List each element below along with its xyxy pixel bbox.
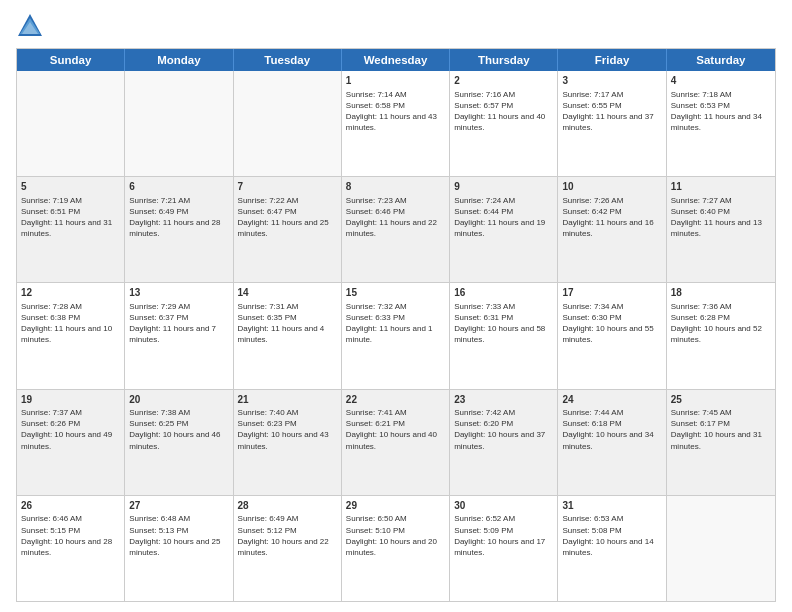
cell-info: Sunrise: 7:17 AMSunset: 6:55 PMDaylight:… bbox=[562, 89, 661, 134]
cell-info: Sunrise: 7:28 AMSunset: 6:38 PMDaylight:… bbox=[21, 301, 120, 346]
cal-cell: 7Sunrise: 7:22 AMSunset: 6:47 PMDaylight… bbox=[234, 177, 342, 282]
cal-cell: 22Sunrise: 7:41 AMSunset: 6:21 PMDayligh… bbox=[342, 390, 450, 495]
cell-info: Sunrise: 7:26 AMSunset: 6:42 PMDaylight:… bbox=[562, 195, 661, 240]
cal-cell: 6Sunrise: 7:21 AMSunset: 6:49 PMDaylight… bbox=[125, 177, 233, 282]
cell-info: Sunrise: 7:41 AMSunset: 6:21 PMDaylight:… bbox=[346, 407, 445, 452]
cell-info: Sunrise: 7:32 AMSunset: 6:33 PMDaylight:… bbox=[346, 301, 445, 346]
day-number: 30 bbox=[454, 499, 553, 513]
cal-cell: 8Sunrise: 7:23 AMSunset: 6:46 PMDaylight… bbox=[342, 177, 450, 282]
day-number: 20 bbox=[129, 393, 228, 407]
cal-cell: 14Sunrise: 7:31 AMSunset: 6:35 PMDayligh… bbox=[234, 283, 342, 388]
day-header-sunday: Sunday bbox=[17, 49, 125, 71]
calendar: SundayMondayTuesdayWednesdayThursdayFrid… bbox=[16, 48, 776, 602]
day-header-monday: Monday bbox=[125, 49, 233, 71]
cal-cell: 17Sunrise: 7:34 AMSunset: 6:30 PMDayligh… bbox=[558, 283, 666, 388]
cell-info: Sunrise: 7:23 AMSunset: 6:46 PMDaylight:… bbox=[346, 195, 445, 240]
cal-cell: 24Sunrise: 7:44 AMSunset: 6:18 PMDayligh… bbox=[558, 390, 666, 495]
cal-cell: 1Sunrise: 7:14 AMSunset: 6:58 PMDaylight… bbox=[342, 71, 450, 176]
day-header-saturday: Saturday bbox=[667, 49, 775, 71]
cell-info: Sunrise: 7:31 AMSunset: 6:35 PMDaylight:… bbox=[238, 301, 337, 346]
day-header-thursday: Thursday bbox=[450, 49, 558, 71]
cell-info: Sunrise: 6:53 AMSunset: 5:08 PMDaylight:… bbox=[562, 513, 661, 558]
cell-info: Sunrise: 7:42 AMSunset: 6:20 PMDaylight:… bbox=[454, 407, 553, 452]
week-row-1: 1Sunrise: 7:14 AMSunset: 6:58 PMDaylight… bbox=[17, 71, 775, 176]
day-number: 4 bbox=[671, 74, 771, 88]
day-header-friday: Friday bbox=[558, 49, 666, 71]
cal-cell: 26Sunrise: 6:46 AMSunset: 5:15 PMDayligh… bbox=[17, 496, 125, 601]
cell-info: Sunrise: 7:37 AMSunset: 6:26 PMDaylight:… bbox=[21, 407, 120, 452]
day-number: 11 bbox=[671, 180, 771, 194]
day-number: 23 bbox=[454, 393, 553, 407]
day-header-wednesday: Wednesday bbox=[342, 49, 450, 71]
cell-info: Sunrise: 7:22 AMSunset: 6:47 PMDaylight:… bbox=[238, 195, 337, 240]
calendar-header: SundayMondayTuesdayWednesdayThursdayFrid… bbox=[17, 49, 775, 71]
cal-cell: 4Sunrise: 7:18 AMSunset: 6:53 PMDaylight… bbox=[667, 71, 775, 176]
logo bbox=[16, 12, 48, 40]
day-header-tuesday: Tuesday bbox=[234, 49, 342, 71]
cal-cell: 31Sunrise: 6:53 AMSunset: 5:08 PMDayligh… bbox=[558, 496, 666, 601]
cell-info: Sunrise: 7:16 AMSunset: 6:57 PMDaylight:… bbox=[454, 89, 553, 134]
calendar-body: 1Sunrise: 7:14 AMSunset: 6:58 PMDaylight… bbox=[17, 71, 775, 601]
day-number: 24 bbox=[562, 393, 661, 407]
page-header bbox=[16, 12, 776, 40]
day-number: 10 bbox=[562, 180, 661, 194]
cell-info: Sunrise: 7:33 AMSunset: 6:31 PMDaylight:… bbox=[454, 301, 553, 346]
cal-cell bbox=[667, 496, 775, 601]
day-number: 27 bbox=[129, 499, 228, 513]
logo-icon bbox=[16, 12, 44, 40]
cell-info: Sunrise: 6:48 AMSunset: 5:13 PMDaylight:… bbox=[129, 513, 228, 558]
cell-info: Sunrise: 7:38 AMSunset: 6:25 PMDaylight:… bbox=[129, 407, 228, 452]
cell-info: Sunrise: 7:24 AMSunset: 6:44 PMDaylight:… bbox=[454, 195, 553, 240]
week-row-3: 12Sunrise: 7:28 AMSunset: 6:38 PMDayligh… bbox=[17, 282, 775, 388]
day-number: 14 bbox=[238, 286, 337, 300]
cal-cell: 25Sunrise: 7:45 AMSunset: 6:17 PMDayligh… bbox=[667, 390, 775, 495]
cell-info: Sunrise: 7:34 AMSunset: 6:30 PMDaylight:… bbox=[562, 301, 661, 346]
cal-cell: 18Sunrise: 7:36 AMSunset: 6:28 PMDayligh… bbox=[667, 283, 775, 388]
cell-info: Sunrise: 6:49 AMSunset: 5:12 PMDaylight:… bbox=[238, 513, 337, 558]
day-number: 15 bbox=[346, 286, 445, 300]
cell-info: Sunrise: 7:14 AMSunset: 6:58 PMDaylight:… bbox=[346, 89, 445, 134]
day-number: 18 bbox=[671, 286, 771, 300]
cal-cell: 15Sunrise: 7:32 AMSunset: 6:33 PMDayligh… bbox=[342, 283, 450, 388]
cal-cell: 9Sunrise: 7:24 AMSunset: 6:44 PMDaylight… bbox=[450, 177, 558, 282]
week-row-5: 26Sunrise: 6:46 AMSunset: 5:15 PMDayligh… bbox=[17, 495, 775, 601]
day-number: 8 bbox=[346, 180, 445, 194]
cal-cell: 12Sunrise: 7:28 AMSunset: 6:38 PMDayligh… bbox=[17, 283, 125, 388]
cell-info: Sunrise: 7:19 AMSunset: 6:51 PMDaylight:… bbox=[21, 195, 120, 240]
cal-cell bbox=[125, 71, 233, 176]
day-number: 5 bbox=[21, 180, 120, 194]
cal-cell: 28Sunrise: 6:49 AMSunset: 5:12 PMDayligh… bbox=[234, 496, 342, 601]
day-number: 31 bbox=[562, 499, 661, 513]
day-number: 28 bbox=[238, 499, 337, 513]
cell-info: Sunrise: 7:29 AMSunset: 6:37 PMDaylight:… bbox=[129, 301, 228, 346]
cal-cell: 19Sunrise: 7:37 AMSunset: 6:26 PMDayligh… bbox=[17, 390, 125, 495]
cal-cell: 29Sunrise: 6:50 AMSunset: 5:10 PMDayligh… bbox=[342, 496, 450, 601]
cell-info: Sunrise: 7:27 AMSunset: 6:40 PMDaylight:… bbox=[671, 195, 771, 240]
day-number: 16 bbox=[454, 286, 553, 300]
day-number: 3 bbox=[562, 74, 661, 88]
cal-cell: 13Sunrise: 7:29 AMSunset: 6:37 PMDayligh… bbox=[125, 283, 233, 388]
day-number: 9 bbox=[454, 180, 553, 194]
day-number: 25 bbox=[671, 393, 771, 407]
cal-cell: 23Sunrise: 7:42 AMSunset: 6:20 PMDayligh… bbox=[450, 390, 558, 495]
day-number: 21 bbox=[238, 393, 337, 407]
cell-info: Sunrise: 7:45 AMSunset: 6:17 PMDaylight:… bbox=[671, 407, 771, 452]
day-number: 2 bbox=[454, 74, 553, 88]
day-number: 19 bbox=[21, 393, 120, 407]
week-row-4: 19Sunrise: 7:37 AMSunset: 6:26 PMDayligh… bbox=[17, 389, 775, 495]
cal-cell: 2Sunrise: 7:16 AMSunset: 6:57 PMDaylight… bbox=[450, 71, 558, 176]
cell-info: Sunrise: 7:40 AMSunset: 6:23 PMDaylight:… bbox=[238, 407, 337, 452]
cell-info: Sunrise: 7:36 AMSunset: 6:28 PMDaylight:… bbox=[671, 301, 771, 346]
cell-info: Sunrise: 7:18 AMSunset: 6:53 PMDaylight:… bbox=[671, 89, 771, 134]
cell-info: Sunrise: 6:52 AMSunset: 5:09 PMDaylight:… bbox=[454, 513, 553, 558]
cal-cell: 30Sunrise: 6:52 AMSunset: 5:09 PMDayligh… bbox=[450, 496, 558, 601]
week-row-2: 5Sunrise: 7:19 AMSunset: 6:51 PMDaylight… bbox=[17, 176, 775, 282]
cal-cell: 20Sunrise: 7:38 AMSunset: 6:25 PMDayligh… bbox=[125, 390, 233, 495]
day-number: 22 bbox=[346, 393, 445, 407]
cell-info: Sunrise: 7:44 AMSunset: 6:18 PMDaylight:… bbox=[562, 407, 661, 452]
cal-cell: 10Sunrise: 7:26 AMSunset: 6:42 PMDayligh… bbox=[558, 177, 666, 282]
cal-cell: 5Sunrise: 7:19 AMSunset: 6:51 PMDaylight… bbox=[17, 177, 125, 282]
day-number: 6 bbox=[129, 180, 228, 194]
cell-info: Sunrise: 6:46 AMSunset: 5:15 PMDaylight:… bbox=[21, 513, 120, 558]
day-number: 26 bbox=[21, 499, 120, 513]
